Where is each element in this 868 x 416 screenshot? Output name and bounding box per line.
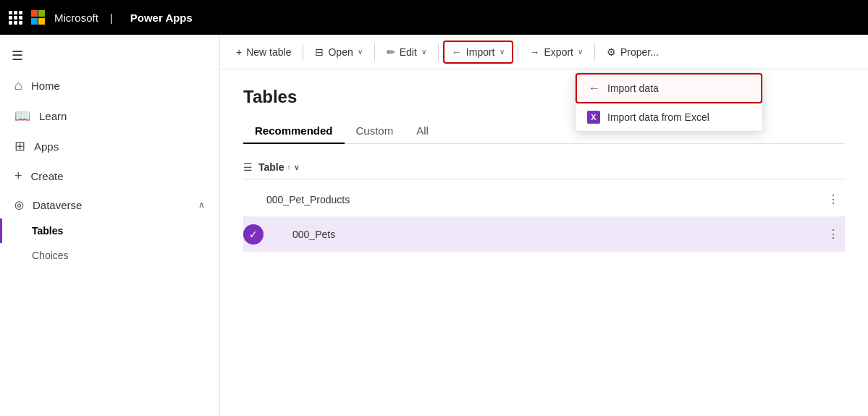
edit-button[interactable]: ✏ Edit ∨ [379,42,434,62]
sort-desc-icon[interactable]: ∨ [294,164,299,171]
edit-icon: ✏ [387,46,395,58]
export-label: Export [544,46,573,58]
sidebar-label-apps: Apps [34,140,59,153]
sort-asc-icon[interactable]: ↑ [287,164,291,171]
sidebar-item-home[interactable]: ⌂ Home [0,71,219,101]
sidebar-label-create: Create [31,170,64,182]
sidebar-item-create[interactable]: + Create [0,161,219,191]
new-table-button[interactable]: + New table [229,42,298,62]
new-table-label: New table [246,46,291,58]
export-chevron-icon: ∨ [578,48,583,56]
sidebar-item-choices[interactable]: Choices [0,243,219,268]
sidebar-label-home: Home [31,80,60,92]
row-more-options-1[interactable]: ⋮ [822,190,845,209]
row-selected-check: ✓ [243,224,264,245]
main-layout: ☰ ⌂ Home 📖 Learn ⊞ Apps + Create ◎ Datav… [0,35,868,416]
export-icon: → [530,46,540,58]
table-row[interactable]: ✓ 000_Pets ⋮ [243,217,845,252]
gear-icon: ⚙ [607,46,616,58]
toolbar: + New table ⊟ Open ∨ ✏ Edit ∨ ← Import ∨ [220,35,868,69]
table-row[interactable]: 000_Pet_Products ⋮ [243,182,845,217]
import-button[interactable]: ← Import ∨ [443,41,513,64]
sidebar-label-choices: Choices [32,250,69,261]
content-area: + New table ⊟ Open ∨ ✏ Edit ∨ ← Import ∨ [220,35,868,416]
new-table-icon: + [236,46,242,58]
import-excel-option[interactable]: X Import data from Excel [576,103,762,131]
open-icon: ⊟ [315,46,324,58]
import-data-option[interactable]: ← Import data [576,73,762,103]
properties-label: Proper... [620,46,659,58]
toolbar-divider-1 [303,43,303,61]
sidebar: ☰ ⌂ Home 📖 Learn ⊞ Apps + Create ◎ Datav… [0,35,220,416]
sidebar-item-tables[interactable]: Tables [0,218,219,243]
microsoft-logo [31,10,46,25]
open-button[interactable]: ⊟ Open ∨ [308,42,369,62]
import-data-icon: ← [589,82,600,95]
export-button[interactable]: → Export ∨ [523,42,590,62]
edit-label: Edit [400,46,417,58]
tab-recommended[interactable]: Recommended [243,119,345,144]
open-chevron-icon: ∨ [358,48,363,56]
row-name-000-pet-products: 000_Pet_Products [266,194,822,205]
sidebar-item-learn[interactable]: 📖 Learn [0,101,219,131]
tab-all[interactable]: All [405,119,440,144]
toolbar-divider-5 [594,43,595,61]
hamburger-menu[interactable]: ☰ [0,41,219,71]
learn-icon: 📖 [14,108,30,124]
sidebar-label-dataverse: Dataverse [33,199,82,211]
table-column-header: ☰ Table ↑ ∨ [243,156,845,179]
properties-button[interactable]: ⚙ Proper... [599,42,666,62]
sidebar-item-apps[interactable]: ⊞ Apps [0,131,219,161]
toolbar-divider-4 [518,43,518,61]
edit-chevron-icon: ∨ [421,48,426,56]
row-more-options-2[interactable]: ⋮ [822,224,845,244]
import-excel-label: Import data from Excel [607,111,709,123]
dataverse-chevron-icon: ∧ [198,200,205,210]
tables-content: Tables Recommended Custom All ☰ Table ↑ [220,69,868,416]
sidebar-label-tables: Tables [32,225,63,237]
list-icon: ☰ [243,161,253,173]
excel-icon: X [587,111,600,124]
import-label: Import [466,46,495,58]
create-icon: + [14,169,22,184]
dataverse-icon: ◎ [14,198,24,211]
sidebar-label-learn: Learn [39,110,67,122]
import-icon: ← [452,46,462,58]
toolbar-divider-3 [438,43,439,61]
row-name-000-pets: 000_Pets [266,229,822,240]
sidebar-item-dataverse[interactable]: ◎ Dataverse ∧ [0,191,219,218]
microsoft-label: Microsoft [54,12,98,24]
import-data-label: Import data [607,82,659,94]
home-icon: ⌂ [14,78,22,93]
apps-icon: ⊞ [14,138,25,154]
import-chevron-icon: ∨ [500,48,505,56]
app-title: Power Apps [130,12,193,24]
import-dropdown: ← Import data X Import data from Excel [575,72,763,132]
toolbar-divider-2 [374,43,375,61]
topbar: Microsoft | Power Apps [0,0,868,35]
open-label: Open [328,46,353,58]
tab-custom[interactable]: Custom [345,119,405,144]
waffle-icon[interactable] [9,11,22,25]
table-col-name-label: Table [258,161,285,173]
